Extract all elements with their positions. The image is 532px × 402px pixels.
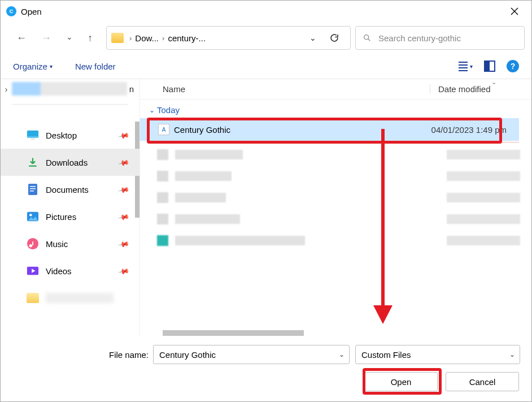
address-chevron-down-icon[interactable]: ⌄: [309, 33, 316, 42]
svg-rect-8: [30, 188, 36, 189]
chevron-down-icon[interactable]: ⌄: [509, 351, 515, 358]
list-view-icon: [459, 62, 468, 71]
preview-pane-button[interactable]: [484, 60, 495, 72]
svg-point-11: [29, 214, 32, 216]
horizontal-scrollbar[interactable]: [163, 330, 304, 336]
chevron-right-icon: ›: [1, 84, 12, 94]
folder-icon: [27, 293, 39, 303]
sidebar-item-label: Music: [46, 239, 68, 249]
sidebar-item-documents[interactable]: Documents 📌: [1, 176, 139, 203]
sidebar-item-label: Downloads: [46, 158, 88, 167]
redacted-block: [12, 82, 127, 96]
sort-indicator-icon: ⌄: [491, 79, 496, 86]
footer: File name: Century Gothic ⌄ Custom Files…: [1, 336, 531, 401]
file-pane: Name ⌄ Date modified ⌄ Today A Ce: [140, 79, 531, 336]
file-row-redacted[interactable]: [157, 209, 531, 228]
file-name-input[interactable]: Century Gothic ⌄: [153, 345, 350, 364]
download-icon: [27, 156, 39, 168]
open-button[interactable]: Open: [364, 372, 438, 391]
address-bar[interactable]: › Dow... › century-... ⌄: [106, 26, 351, 50]
column-headers: Name ⌄ Date modified: [140, 79, 531, 100]
svg-line-1: [368, 39, 370, 41]
pin-icon: 📌: [117, 183, 130, 195]
music-icon: [27, 237, 39, 250]
nav-back-icon[interactable]: ←: [16, 32, 27, 44]
svg-rect-4: [30, 139, 34, 140]
refresh-icon: [329, 33, 339, 43]
sidebar: › n Desktop 📌 Downloads 📌: [1, 79, 140, 336]
sidebar-top-item[interactable]: › n: [1, 79, 139, 98]
close-button[interactable]: [503, 1, 526, 22]
search-box[interactable]: [355, 26, 525, 50]
file-name-label: File name:: [1, 350, 153, 360]
desktop-icon: [27, 129, 39, 141]
open-dialog: C Open ← → ⌄ ↑ › Dow... › century-... ⌄: [0, 0, 532, 402]
sidebar-item-label: Desktop: [46, 131, 77, 140]
pin-icon: 📌: [117, 156, 130, 168]
window-title: Open: [21, 7, 42, 16]
breadcrumb-seg-1[interactable]: Dow...: [135, 33, 159, 43]
sidebar-item-desktop[interactable]: Desktop 📌: [1, 122, 139, 149]
divider: [12, 104, 128, 105]
breadcrumb-separator-icon: ›: [126, 34, 135, 42]
dialog-buttons: Open Cancel: [1, 372, 520, 391]
sidebar-item-pictures[interactable]: Pictures 📌: [1, 203, 139, 230]
file-row-redacted[interactable]: [157, 231, 531, 250]
pin-icon: 📌: [117, 129, 130, 141]
group-today[interactable]: ⌄ Today: [149, 105, 531, 115]
toolbar: Organize ▾ New folder ▾ ?: [1, 54, 531, 79]
svg-rect-9: [30, 191, 34, 192]
sidebar-item-videos[interactable]: Videos 📌: [1, 257, 139, 284]
close-icon: [511, 7, 518, 15]
chevron-down-icon[interactable]: ⌄: [339, 351, 345, 358]
nav-buttons: ← → ⌄ ↑: [7, 32, 102, 44]
pin-icon: 📌: [117, 237, 130, 249]
body: › n Desktop 📌 Downloads 📌: [1, 79, 531, 336]
column-name[interactable]: Name: [163, 84, 430, 94]
svg-rect-7: [30, 186, 36, 187]
file-row-redacted[interactable]: [157, 145, 531, 164]
file-type-select[interactable]: Custom Files ⌄: [355, 345, 520, 364]
refresh-button[interactable]: [329, 32, 340, 44]
redacted-block: [46, 293, 114, 303]
file-row-redacted[interactable]: [157, 166, 531, 185]
file-name-value: Century Gothic: [159, 350, 216, 360]
titlebar: C Open: [1, 1, 531, 22]
search-input[interactable]: [377, 33, 517, 44]
videos-icon: [27, 265, 39, 277]
breadcrumb-separator-icon: ›: [159, 34, 168, 42]
nav-bar: ← → ⌄ ↑ › Dow... › century-... ⌄: [1, 22, 531, 54]
pictures-icon: [27, 210, 39, 223]
pin-icon: 📌: [117, 210, 130, 222]
file-list[interactable]: ⌄ Today A Century Gothic 04/01/2023 1:49…: [140, 100, 531, 336]
organize-button[interactable]: Organize ▾: [13, 62, 53, 71]
sidebar-top-letter: n: [129, 84, 134, 94]
svg-rect-6: [28, 184, 37, 195]
chevron-down-icon: ⌄: [149, 106, 155, 114]
sidebar-item-label: Documents: [46, 185, 89, 194]
file-name-row: File name: Century Gothic ⌄ Custom Files…: [1, 345, 520, 364]
annotation-file-highlight: [147, 118, 502, 144]
breadcrumb-seg-2[interactable]: century-...: [168, 33, 206, 43]
column-date-modified[interactable]: ⌄ Date modified: [430, 84, 531, 94]
chevron-down-icon: ▾: [50, 63, 53, 70]
sidebar-item-redacted[interactable]: [1, 284, 139, 312]
quick-access-list: Desktop 📌 Downloads 📌 Documents 📌 Pictur…: [1, 122, 139, 312]
view-mode-button[interactable]: ▾: [459, 62, 473, 71]
svg-rect-3: [27, 136, 38, 138]
cancel-button[interactable]: Cancel: [446, 372, 519, 391]
sidebar-item-music[interactable]: Music 📌: [1, 230, 139, 257]
folder-icon: [111, 33, 124, 43]
sidebar-item-label: Pictures: [46, 212, 76, 222]
search-icon: [363, 33, 372, 42]
chevron-down-icon: ▾: [470, 63, 473, 70]
nav-up-icon[interactable]: ↑: [88, 32, 93, 44]
pin-icon: 📌: [117, 265, 130, 276]
nav-forward-icon[interactable]: →: [41, 32, 51, 44]
file-row-redacted[interactable]: [157, 188, 531, 207]
nav-recent-chevron-icon[interactable]: ⌄: [66, 32, 73, 44]
canva-app-icon: C: [6, 6, 16, 16]
sidebar-item-downloads[interactable]: Downloads 📌: [1, 149, 139, 176]
new-folder-button[interactable]: New folder: [75, 62, 116, 71]
help-button[interactable]: ?: [507, 60, 519, 72]
